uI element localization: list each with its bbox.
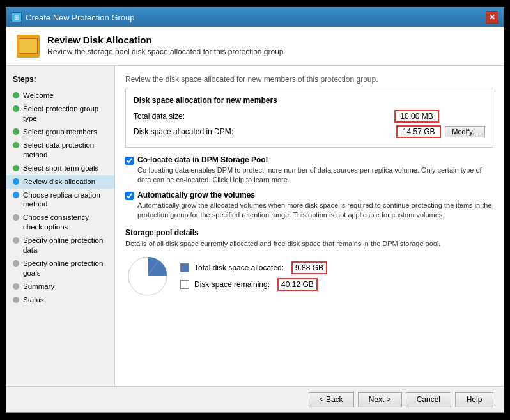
pool-title: Storage pool details <box>125 228 493 237</box>
sidebar-item-label-status: Status <box>23 295 44 305</box>
total-data-label: Total data size: <box>134 112 394 121</box>
sidebar: Steps: Welcome Select protection group t… <box>6 66 115 386</box>
folder-icon <box>19 38 38 54</box>
sidebar-item-summary[interactable]: Summary <box>6 280 114 293</box>
allocated-legend-value: 9.88 GB <box>291 261 327 274</box>
auto-grow-desc: Automatically grow the allocated volumes… <box>137 201 493 221</box>
sidebar-item-label-online-protection-goals: Specify online protection goals <box>23 259 108 278</box>
sidebar-item-choose-replica-creation[interactable]: Choose replica creation method <box>6 189 114 212</box>
disk-space-label: Disk space allocated in DPM: <box>134 127 396 136</box>
checkbox-section: Co-locate data in DPM Storage Pool Co-lo… <box>125 155 493 221</box>
remaining-legend-value: 40.12 GB <box>277 278 318 291</box>
pie-chart <box>125 254 170 299</box>
remaining-legend-row: Disk space remaining: 40.12 GB <box>180 278 327 291</box>
content-area: Steps: Welcome Select protection group t… <box>6 66 504 386</box>
colocate-checkbox[interactable] <box>125 157 134 165</box>
sidebar-item-protection-group-type[interactable]: Select protection group type <box>6 102 114 125</box>
step-dot-consistency-check <box>13 214 19 221</box>
back-button[interactable]: < Back <box>309 392 354 407</box>
step-dot-short-term-goals <box>13 165 19 171</box>
allocated-legend-label: Total disk space allocated: <box>194 263 284 272</box>
auto-grow-label: Automatically grow the volumes <box>137 191 493 199</box>
header-title: Review Disk Allocation <box>47 35 286 45</box>
pool-desc: Details of all disk space currently allo… <box>125 240 493 247</box>
intro-text: Review the disk space allocated for new … <box>125 75 493 84</box>
colocate-label: Co-locate data in DPM Storage Pool <box>137 155 493 164</box>
disk-space-row: Disk space allocated in DPM: 14.57 GB Mo… <box>134 125 485 138</box>
sidebar-item-label-short-term-goals: Select short-term goals <box>23 164 98 173</box>
sidebar-item-review-disk-allocation[interactable]: Review disk allocation <box>6 175 114 189</box>
sidebar-item-label-consistency-check: Choose consistency check options <box>23 213 108 232</box>
colocate-text: Co-locate data in DPM Storage Pool Co-lo… <box>137 155 493 185</box>
steps-label: Steps: <box>6 72 114 89</box>
step-dot-status <box>13 297 19 303</box>
sidebar-item-online-protection-goals[interactable]: Specify online protection goals <box>6 257 114 280</box>
sidebar-item-welcome[interactable]: Welcome <box>6 89 114 102</box>
cancel-button[interactable]: Cancel <box>406 392 451 407</box>
allocated-legend-box <box>180 263 189 272</box>
step-dot-protection-group-type <box>13 105 19 112</box>
sidebar-item-label-protection-group-type: Select protection group type <box>23 104 108 123</box>
title-bar: ⊞ Create New Protection Group ✕ <box>6 8 504 27</box>
step-dot-welcome <box>13 92 19 98</box>
auto-grow-checkbox[interactable] <box>125 192 134 200</box>
step-dot-choose-replica-creation <box>13 192 19 198</box>
header-icon <box>17 35 40 58</box>
sidebar-item-label-welcome: Welcome <box>23 91 54 100</box>
colocate-checkbox-row: Co-locate data in DPM Storage Pool Co-lo… <box>125 155 493 185</box>
auto-grow-checkbox-row: Automatically grow the volumes Automatic… <box>125 191 493 221</box>
allocated-legend-row: Total disk space allocated: 9.88 GB <box>180 261 327 274</box>
main-content: Review the disk space allocated for new … <box>115 66 504 386</box>
colocate-desc: Co-locating data enables DPM to protect … <box>137 166 493 185</box>
footer: < Back Next > Cancel Help <box>6 386 504 412</box>
sidebar-item-label-data-protection-method: Select data protection method <box>23 141 108 160</box>
sidebar-item-label-online-protection-data: Specify online protection data <box>23 236 108 255</box>
pool-details: Total disk space allocated: 9.88 GB Disk… <box>125 254 493 299</box>
header-text: Review Disk Allocation Review the storag… <box>47 35 286 56</box>
remaining-legend-box <box>180 280 189 289</box>
step-dot-review-disk-allocation <box>13 178 19 185</box>
sidebar-item-label-choose-replica-creation: Choose replica creation method <box>23 191 108 210</box>
sidebar-item-group-members[interactable]: Select group members <box>6 125 114 139</box>
disk-space-value: 14.57 GB <box>396 125 441 138</box>
allocation-box: Disk space allocation for new members To… <box>125 89 493 148</box>
step-dot-online-protection-data <box>13 237 19 244</box>
sidebar-item-short-term-goals[interactable]: Select short-term goals <box>6 162 114 175</box>
sidebar-item-label-summary: Summary <box>23 282 54 292</box>
total-data-value: 10.00 MB <box>394 110 439 123</box>
sidebar-item-label-review-disk-allocation: Review disk allocation <box>23 177 95 187</box>
step-dot-online-protection-goals <box>13 260 19 267</box>
help-button[interactable]: Help <box>455 392 493 407</box>
sidebar-item-label-group-members: Select group members <box>23 127 97 137</box>
step-dot-summary <box>13 283 19 290</box>
remaining-legend-label: Disk space remaining: <box>194 280 270 289</box>
app-icon: ⊞ <box>12 12 22 22</box>
storage-pool-section: Storage pool details Details of all disk… <box>125 228 493 299</box>
total-data-row: Total data size: 10.00 MB <box>134 110 485 123</box>
next-button[interactable]: Next > <box>358 392 402 407</box>
main-window: ⊞ Create New Protection Group ✕ Review D… <box>6 7 504 413</box>
title-bar-left: ⊞ Create New Protection Group <box>12 12 135 22</box>
sidebar-item-data-protection-method[interactable]: Select data protection method <box>6 139 114 162</box>
auto-grow-text: Automatically grow the volumes Automatic… <box>137 191 493 221</box>
step-dot-group-members <box>13 128 19 135</box>
header-section: Review Disk Allocation Review the storag… <box>6 27 504 66</box>
sidebar-item-online-protection-data[interactable]: Specify online protection data <box>6 234 114 257</box>
allocation-box-title: Disk space allocation for new members <box>134 96 485 105</box>
header-description: Review the storage pool disk space alloc… <box>47 47 286 56</box>
pool-legend: Total disk space allocated: 9.88 GB Disk… <box>180 261 327 291</box>
window-title: Create New Protection Group <box>26 13 135 22</box>
close-button[interactable]: ✕ <box>486 11 498 24</box>
sidebar-item-status[interactable]: Status <box>6 293 114 307</box>
step-dot-data-protection-method <box>13 142 19 148</box>
modify-button[interactable]: Modify... <box>445 126 485 137</box>
sidebar-item-consistency-check[interactable]: Choose consistency check options <box>6 211 114 234</box>
